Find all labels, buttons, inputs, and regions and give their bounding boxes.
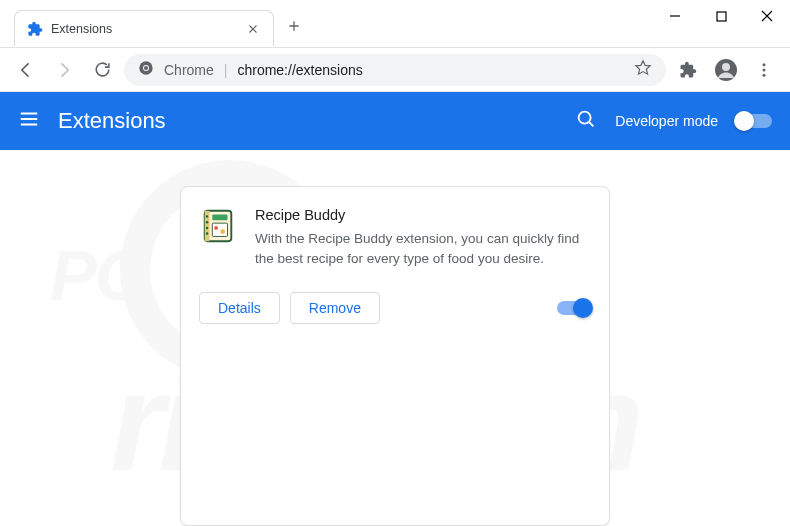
details-button[interactable]: Details <box>199 292 280 324</box>
bookmark-star-icon[interactable] <box>634 59 652 80</box>
svg-point-17 <box>206 215 208 217</box>
close-window-button[interactable] <box>744 0 790 32</box>
tab-close-icon[interactable] <box>245 21 261 37</box>
page-header: Extensions Developer mode <box>0 92 790 150</box>
chrome-logo-icon <box>138 60 154 79</box>
puzzle-icon <box>27 21 43 37</box>
svg-point-4 <box>144 66 148 70</box>
svg-point-9 <box>763 73 766 76</box>
svg-rect-1 <box>717 12 726 21</box>
window-titlebar: Extensions <box>0 0 790 48</box>
svg-line-11 <box>589 122 594 127</box>
window-controls <box>652 0 790 40</box>
minimize-button[interactable] <box>652 0 698 32</box>
svg-point-7 <box>763 63 766 66</box>
reload-button[interactable] <box>86 54 118 86</box>
header-actions: Developer mode <box>575 108 772 134</box>
svg-point-8 <box>763 68 766 71</box>
back-button[interactable] <box>10 54 42 86</box>
svg-text:PC: PC <box>50 237 147 315</box>
extension-logo-icon <box>199 207 237 245</box>
maximize-button[interactable] <box>698 0 744 32</box>
svg-point-18 <box>206 221 208 223</box>
extension-card-actions: Details Remove <box>199 292 591 324</box>
svg-point-20 <box>206 232 208 234</box>
new-tab-button[interactable] <box>280 12 308 40</box>
kebab-menu-icon[interactable] <box>748 54 780 86</box>
svg-point-6 <box>722 63 730 71</box>
browser-toolbar: Chrome | chrome://extensions <box>0 48 790 92</box>
content-area: PC risk.com Recipe Buddy With the Recipe… <box>0 150 790 526</box>
developer-mode-toggle[interactable] <box>736 114 772 128</box>
extension-enable-toggle[interactable] <box>557 301 591 315</box>
omnibox-url: chrome://extensions <box>237 62 362 78</box>
browser-tab[interactable]: Extensions <box>14 10 274 46</box>
remove-button[interactable]: Remove <box>290 292 380 324</box>
profile-avatar-icon[interactable] <box>710 54 742 86</box>
developer-mode-label: Developer mode <box>615 113 718 129</box>
extensions-puzzle-icon[interactable] <box>672 54 704 86</box>
forward-button[interactable] <box>48 54 80 86</box>
svg-point-24 <box>220 229 225 234</box>
extension-name: Recipe Buddy <box>255 207 591 223</box>
svg-rect-21 <box>212 215 227 221</box>
omnibox-separator: | <box>224 62 228 78</box>
svg-point-23 <box>214 226 218 230</box>
extension-description: With the Recipe Buddy extension, you can… <box>255 229 591 270</box>
svg-point-19 <box>206 227 208 229</box>
extension-info: Recipe Buddy With the Recipe Buddy exten… <box>255 207 591 270</box>
extension-card: Recipe Buddy With the Recipe Buddy exten… <box>180 186 610 526</box>
search-icon[interactable] <box>575 108 597 134</box>
hamburger-menu-icon[interactable] <box>18 108 40 134</box>
page-title: Extensions <box>58 108 166 134</box>
tab-title: Extensions <box>51 22 237 36</box>
omnibox-chip: Chrome <box>164 62 214 78</box>
extension-card-body: Recipe Buddy With the Recipe Buddy exten… <box>199 207 591 270</box>
svg-rect-22 <box>212 223 227 236</box>
address-bar[interactable]: Chrome | chrome://extensions <box>124 54 666 86</box>
